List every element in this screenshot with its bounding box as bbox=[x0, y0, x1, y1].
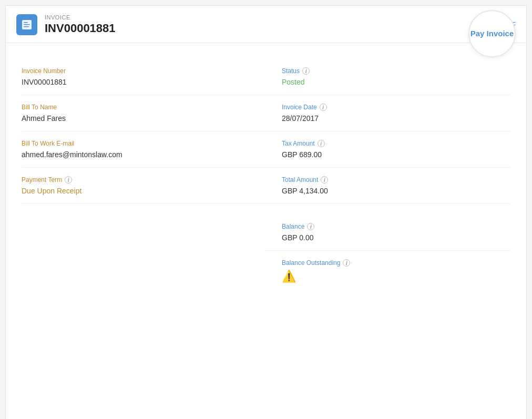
balance-outstanding-cell: Balance Outstanding i ⚠️ bbox=[266, 251, 510, 292]
status-value: Posted bbox=[282, 78, 500, 86]
invoice-date-label: Invoice Date i bbox=[282, 104, 500, 111]
total-amount-value: GBP 4,134.00 bbox=[282, 187, 500, 195]
warning-icon: ⚠️ bbox=[282, 270, 296, 283]
balance-label: Balance i bbox=[282, 223, 500, 230]
payment-term-value: Due Upon Receipt bbox=[22, 187, 255, 195]
total-amount-info-icon: i bbox=[321, 176, 328, 183]
page-container: INVOICE INV00001881 Invoice PDF Pay Invo… bbox=[5, 5, 527, 419]
svg-rect-1 bbox=[24, 22, 28, 23]
bill-to-name-cell: Bill To Name Ahmed Fares bbox=[22, 95, 266, 131]
bill-to-email-value: ahmed.fares@mintonslaw.com bbox=[22, 150, 255, 159]
total-amount-cell: Total Amount i GBP 4,134.00 bbox=[266, 168, 510, 204]
svg-rect-3 bbox=[24, 26, 29, 27]
header-right: Invoice PDF Pay Invoice bbox=[476, 21, 516, 29]
balance-cell: Balance i GBP 0.00 bbox=[266, 214, 510, 251]
balance-section: Balance i GBP 0.00 Balance Outstanding i… bbox=[22, 214, 510, 292]
balance-info-icon: i bbox=[307, 223, 314, 230]
payment-term-info-icon: i bbox=[65, 176, 72, 183]
invoice-date-info-icon: i bbox=[320, 104, 327, 111]
header-title-block: INVOICE INV00001881 bbox=[45, 14, 116, 35]
balance-outstanding-value: ⚠️ bbox=[282, 270, 500, 283]
balance-outstanding-label: Balance Outstanding i bbox=[282, 259, 500, 267]
content: Invoice Number INV00001881 Status i Post… bbox=[6, 43, 526, 308]
header: INVOICE INV00001881 Invoice PDF Pay Invo… bbox=[6, 6, 526, 43]
tax-amount-cell: Tax Amount i GBP 689.00 bbox=[266, 131, 510, 168]
status-cell: Status i Posted bbox=[266, 59, 510, 95]
bill-to-name-label: Bill To Name bbox=[22, 104, 255, 111]
invoice-icon bbox=[16, 14, 37, 35]
bill-to-name-value: Ahmed Fares bbox=[22, 114, 255, 122]
invoice-number-cell: Invoice Number INV00001881 bbox=[22, 59, 266, 95]
pay-invoice-button[interactable]: Pay Invoice bbox=[468, 10, 516, 57]
balance-grid: Balance i GBP 0.00 Balance Outstanding i… bbox=[22, 214, 510, 292]
payment-term-label: Payment Term i bbox=[22, 176, 255, 183]
status-label: Status i bbox=[282, 67, 500, 75]
balance-outstanding-left-empty bbox=[22, 251, 266, 292]
invoice-date-value: 28/07/2017 bbox=[282, 114, 500, 122]
bill-to-email-cell: Bill To Work E-mail ahmed.fares@mintonsl… bbox=[22, 131, 266, 168]
balance-value: GBP 0.00 bbox=[282, 233, 500, 242]
bill-to-email-label: Bill To Work E-mail bbox=[22, 140, 255, 147]
header-left: INVOICE INV00001881 bbox=[16, 14, 116, 35]
invoice-label: INVOICE bbox=[45, 14, 116, 21]
tax-amount-info-icon: i bbox=[318, 140, 325, 147]
invoice-number-value: INV00001881 bbox=[22, 78, 255, 86]
payment-term-cell: Payment Term i Due Upon Receipt bbox=[22, 168, 266, 204]
tax-amount-value: GBP 689.00 bbox=[282, 150, 500, 159]
invoice-date-cell: Invoice Date i 28/07/2017 bbox=[266, 95, 510, 131]
invoice-number-label: Invoice Number bbox=[22, 67, 255, 75]
fields-grid: Invoice Number INV00001881 Status i Post… bbox=[22, 59, 510, 204]
status-info-icon: i bbox=[302, 67, 310, 75]
balance-left-empty bbox=[22, 214, 266, 251]
tax-amount-label: Tax Amount i bbox=[282, 140, 500, 147]
total-amount-label: Total Amount i bbox=[282, 176, 500, 183]
svg-rect-2 bbox=[24, 24, 30, 25]
invoice-number-title: INV00001881 bbox=[45, 22, 116, 35]
balance-outstanding-info-icon: i bbox=[343, 259, 350, 267]
